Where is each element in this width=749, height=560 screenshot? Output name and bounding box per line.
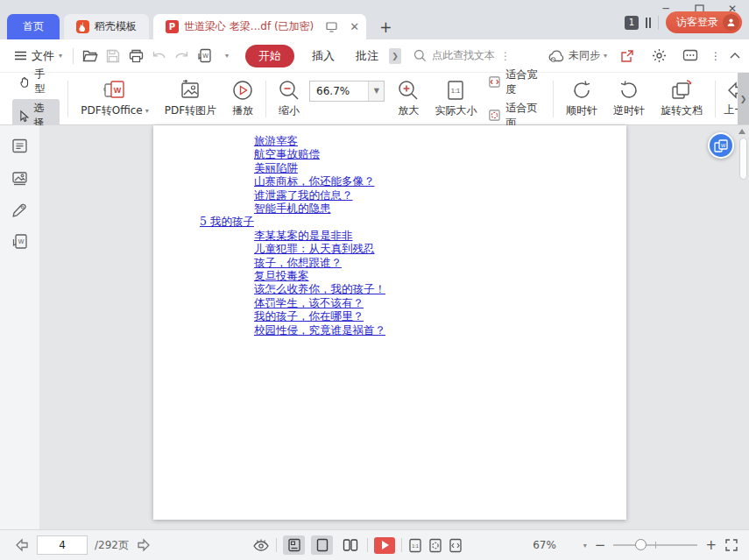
- zoom-slider[interactable]: [613, 539, 697, 551]
- redo-button[interactable]: [170, 46, 193, 67]
- pdf-to-image-button[interactable]: PDF转图片: [157, 80, 224, 118]
- toc-link[interactable]: 山寨商标，你还能多像？: [254, 174, 375, 188]
- fit-page-status-button[interactable]: [428, 538, 442, 553]
- tab-start[interactable]: 开始: [245, 45, 294, 67]
- toc-link[interactable]: 儿童犯罪：从天真到残忍: [254, 242, 375, 255]
- page-number-input[interactable]: [37, 535, 88, 555]
- toc-link[interactable]: 李某某案的是是非非: [254, 229, 353, 242]
- pdf-page[interactable]: 旅游宰客航空事故赔偿美丽陷阱山寨商标，你还能多像？谁泄露了我的信息？智能手机的隐…: [153, 125, 626, 520]
- fit-width-icon: [488, 75, 501, 89]
- undo-button[interactable]: [147, 46, 170, 67]
- file-menu-label: 文件: [32, 48, 54, 64]
- save-button[interactable]: [102, 46, 124, 67]
- print-button[interactable]: [124, 46, 147, 67]
- tab-list-icon[interactable]: [646, 18, 651, 28]
- previous-page-button[interactable]: [14, 538, 30, 552]
- fit-width-button[interactable]: 适合宽度: [488, 67, 545, 97]
- play-button[interactable]: 播放: [224, 80, 261, 118]
- svg-text:W: W: [114, 85, 122, 94]
- rotate-counterclockwise-icon: [618, 80, 639, 101]
- eye-protect-button[interactable]: [252, 538, 270, 552]
- new-tab-button[interactable]: +: [371, 14, 400, 39]
- annotate-panel-button[interactable]: [11, 202, 28, 218]
- toc-link[interactable]: 孩子，你想跟谁？: [254, 256, 342, 269]
- collapse-ribbon-button[interactable]: [730, 53, 740, 59]
- toc-link[interactable]: 我的孩子，你在哪里？: [254, 309, 364, 323]
- tab-home[interactable]: 首页: [7, 14, 60, 39]
- scrollbar-thumb[interactable]: [739, 138, 747, 180]
- toc-link[interactable]: 复旦投毒案: [254, 269, 309, 282]
- zoom-in-status-button[interactable]: +: [705, 539, 717, 552]
- next-page-button[interactable]: [136, 538, 152, 552]
- pdf-to-image-label: PDF转图片: [165, 103, 216, 118]
- find-text-box[interactable]: 点此查找文本 ⋮: [413, 48, 511, 63]
- tab-document[interactable]: P 世道梁心 老梁...df (已加密) ✕: [153, 14, 366, 39]
- zoom-in-button[interactable]: 放大: [390, 80, 427, 118]
- chevron-down-icon: ▾: [145, 107, 149, 115]
- continuous-layout-button[interactable]: [283, 535, 305, 555]
- share-button[interactable]: [616, 46, 639, 67]
- sync-status[interactable]: 未同步 ▾: [548, 48, 607, 63]
- pdf-logo-icon: P: [166, 20, 179, 33]
- zoom-level-combobox[interactable]: 66.7% ▼: [309, 81, 385, 102]
- rotate-document-button[interactable]: 旋转文档: [653, 80, 710, 118]
- fullscreen-button[interactable]: [724, 538, 738, 552]
- pdf-convert-float-button[interactable]: W: [708, 132, 734, 159]
- close-tab-icon[interactable]: ✕: [350, 20, 359, 33]
- feedback-button[interactable]: [679, 46, 702, 67]
- single-page-button[interactable]: [311, 535, 333, 555]
- tab-insert[interactable]: 插入: [301, 48, 345, 64]
- export-panel-button[interactable]: W: [11, 233, 28, 250]
- toolbar: 手型 选择 W PDF转Office▾ PDF转图片 播放 缩小 66.7%: [0, 73, 749, 125]
- hamburger-icon: [14, 51, 27, 60]
- toc-link[interactable]: 美丽陷阱: [254, 161, 298, 174]
- hand-tool-button[interactable]: 手型: [12, 65, 60, 98]
- actual-size-status-button[interactable]: 1:1: [408, 538, 422, 553]
- thumbnail-panel-button[interactable]: [11, 170, 28, 187]
- open-file-button[interactable]: [79, 46, 102, 67]
- rotate-clockwise-button[interactable]: 顺时针: [558, 80, 605, 118]
- fit-width-status-button[interactable]: [449, 538, 463, 553]
- toc-link[interactable]: 该怎么收养你，我的孩子！: [254, 282, 385, 295]
- file-menu[interactable]: 文件 ▾: [9, 48, 67, 64]
- play-slideshow-button[interactable]: [374, 537, 395, 554]
- ribbon-expand-button[interactable]: ❯: [389, 48, 401, 64]
- more-menu-icon[interactable]: ⋮: [710, 50, 721, 62]
- tab-comment[interactable]: 批注: [345, 48, 389, 64]
- guest-login-button[interactable]: 访客登录: [666, 11, 742, 33]
- sync-status-label: 未同步: [569, 48, 600, 63]
- zoom-preset-dropdown[interactable]: ▾: [583, 542, 587, 549]
- tab-docer[interactable]: 稻壳模板: [64, 14, 149, 39]
- toc-link[interactable]: 5 我的孩子: [200, 215, 254, 228]
- scrollbar-up-arrow[interactable]: [738, 129, 745, 134]
- export-dropdown[interactable]: ▾: [216, 46, 238, 67]
- toc-link[interactable]: 航空事故赔偿: [254, 147, 320, 160]
- toc-link[interactable]: 体罚学生，该不该有？: [254, 296, 364, 309]
- zoom-out-button[interactable]: 缩小: [271, 80, 307, 118]
- export-to-word-button[interactable]: W: [193, 46, 216, 67]
- pdf-to-office-button[interactable]: W PDF转Office▾: [73, 80, 156, 118]
- avatar: [723, 14, 739, 31]
- rotate-document-icon: [670, 80, 693, 101]
- toolbar-expand-button[interactable]: ❯: [738, 73, 749, 124]
- search-more-icon[interactable]: ⋮: [500, 50, 511, 62]
- toc-link[interactable]: 校园性侵，究竟谁是祸首？: [254, 323, 385, 337]
- svg-text:W: W: [721, 142, 726, 147]
- toc-link[interactable]: 旅游宰客: [254, 134, 298, 147]
- zoom-dropdown-button[interactable]: ▼: [368, 82, 384, 101]
- svg-text:W: W: [202, 53, 208, 59]
- detach-window-icon[interactable]: [326, 22, 337, 32]
- toc-link[interactable]: 智能手机的隐患: [254, 202, 331, 215]
- guest-login-label: 访客登录: [676, 15, 718, 30]
- toc-link[interactable]: 谁泄露了我的信息？: [254, 188, 353, 202]
- actual-size-button[interactable]: 1:1 实际大小: [427, 80, 484, 118]
- rotate-counterclockwise-button[interactable]: 逆时针: [605, 80, 653, 118]
- find-text-placeholder: 点此查找文本: [432, 48, 495, 63]
- outline-panel-button[interactable]: [11, 138, 28, 154]
- settings-button[interactable]: [647, 46, 670, 67]
- wps-pdf-window: ─ ✕ 首页 稻壳模板 P 世道梁心 老梁...df (已加密) ✕: [0, 0, 749, 560]
- zoom-slider-handle[interactable]: [635, 539, 647, 550]
- tab-count-badge[interactable]: 1: [625, 16, 639, 30]
- two-page-button[interactable]: [339, 535, 361, 555]
- zoom-out-status-button[interactable]: −: [595, 539, 606, 552]
